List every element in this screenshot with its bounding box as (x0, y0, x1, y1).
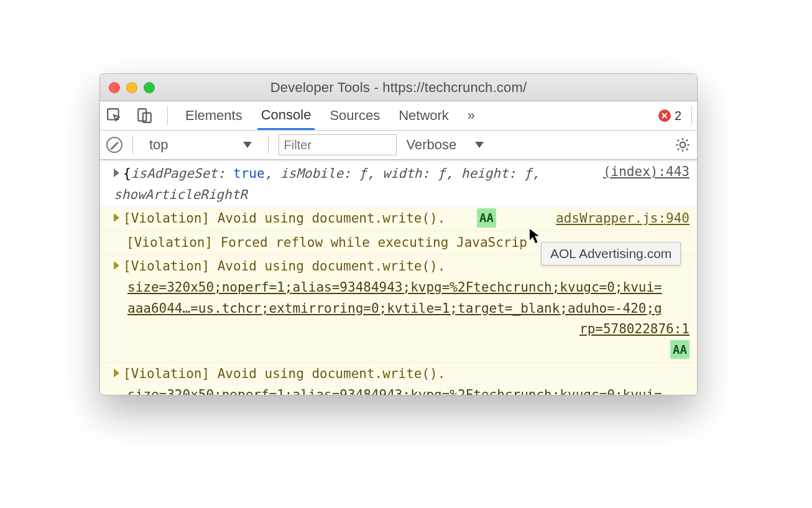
device-toolbar-icon[interactable] (135, 106, 154, 125)
expand-triangle-icon[interactable] (114, 213, 119, 222)
expand-triangle-icon[interactable] (114, 369, 119, 377)
inspect-element-icon[interactable] (105, 106, 124, 125)
source-link[interactable]: size=320x50;noperf=1;alias=93484943;kvpg… (127, 277, 662, 298)
warning-text: [Violation] Forced reflow while executin… (126, 235, 527, 250)
console-filterbar: top Verbose (100, 131, 697, 160)
log-level-label: Verbose (407, 137, 457, 153)
warning-text: [Violation] Avoid using document.write()… (123, 366, 445, 381)
object-key: , height: (445, 166, 516, 181)
warning-text: [Violation] Avoid using document.write()… (123, 211, 445, 226)
filterbar-separator (268, 136, 269, 154)
expand-triangle-icon[interactable] (114, 169, 119, 177)
window-minimize-button[interactable] (126, 82, 137, 93)
console-row-warning: [Violation] Avoid using document.write()… (100, 363, 697, 395)
source-link[interactable]: aaa6044…=us.tchcr;extmirroring=0;kvtile=… (127, 298, 662, 320)
devtools-toolbar: Elements Console Sources Network » ✕ 2 (100, 101, 697, 131)
toolbar-separator (167, 106, 168, 125)
window-maximize-button[interactable] (144, 82, 155, 93)
console-settings-icon[interactable] (675, 137, 691, 153)
toolbar-separator (691, 106, 692, 125)
object-value: ƒ (359, 166, 367, 181)
object-value: true (233, 166, 265, 181)
source-link[interactable]: rp=578022876:1 (579, 321, 690, 336)
object-key: , isMobile: (265, 166, 351, 181)
devtools-window: Developer Tools - https://techcrunch.com… (99, 73, 698, 395)
console-row-warning: adsWrapper.js:940 [Violation] Avoid usin… (100, 207, 697, 231)
object-value: ƒ (438, 166, 446, 181)
error-count-badge[interactable]: ✕ 2 (658, 109, 681, 123)
svg-point-3 (680, 142, 686, 148)
warning-text: [Violation] Avoid using document.write()… (123, 259, 445, 274)
console-row-warning: [Violation] Avoid using document.write()… (100, 255, 697, 363)
tab-console[interactable]: Console (257, 101, 315, 130)
dropdown-triangle-icon (475, 142, 484, 148)
object-value: ƒ (524, 166, 532, 181)
source-link[interactable]: size=320x50;noperf=1;alias=93484943;kvpg… (127, 385, 662, 395)
clear-console-icon[interactable] (106, 137, 122, 153)
error-count: 2 (675, 109, 681, 123)
tab-network[interactable]: Network (395, 101, 453, 130)
traffic-lights (109, 82, 155, 93)
window-title: Developer Tools - https://techcrunch.com… (100, 80, 697, 96)
source-link[interactable]: adsWrapper.js:940 (556, 208, 690, 229)
console-filter-input[interactable] (279, 134, 397, 155)
tab-sources[interactable]: Sources (326, 101, 384, 130)
tab-elements[interactable]: Elements (182, 101, 246, 130)
execution-context-selector[interactable]: top (143, 134, 258, 155)
window-close-button[interactable] (109, 82, 120, 93)
console-output: (index):443 {isAdPageSet: true, isMobile… (100, 160, 697, 395)
context-label: top (149, 137, 168, 153)
error-icon: ✕ (658, 109, 671, 122)
thirdparty-badge[interactable]: AA (477, 208, 496, 227)
dropdown-triangle-icon (243, 142, 252, 148)
mouse-cursor-icon (528, 228, 542, 247)
console-row: {isAdPageSet: true, isMobile: ƒ, width: … (100, 162, 697, 207)
badge-tooltip: AOL Advertising.com (541, 242, 681, 266)
tabs-overflow[interactable]: » (464, 101, 479, 130)
object-key: , width: (367, 166, 430, 181)
thirdparty-badge[interactable]: AA (670, 340, 690, 359)
object-key: isAdPageSet: (131, 166, 226, 181)
filterbar-separator (132, 136, 133, 154)
expand-triangle-icon[interactable] (114, 261, 119, 270)
object-brace: { (123, 166, 131, 181)
window-titlebar: Developer Tools - https://techcrunch.com… (100, 74, 697, 101)
log-level-selector[interactable]: Verbose (407, 137, 484, 153)
